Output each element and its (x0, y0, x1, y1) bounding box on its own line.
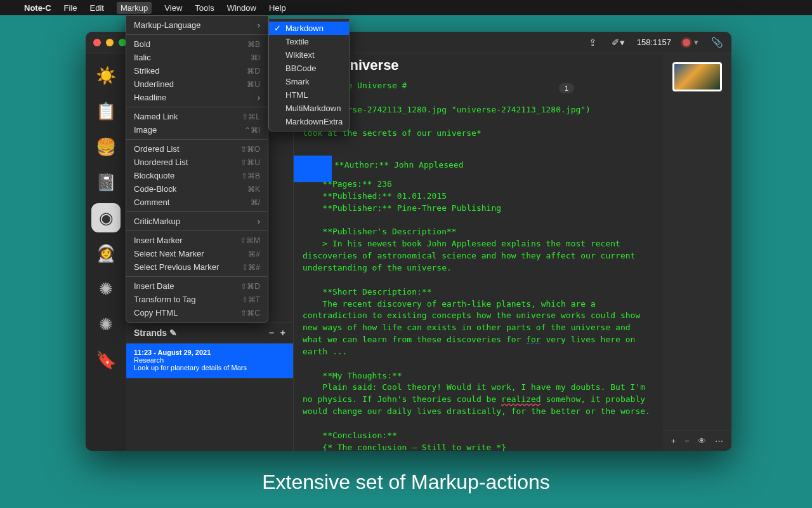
menu-ordered-list[interactable]: Ordered List⇧⌘O (126, 142, 268, 156)
menu-named-link[interactable]: Named Link⇧⌘L (126, 110, 268, 123)
minimize-button[interactable] (106, 39, 114, 46)
status-count: 158:1157 (637, 37, 671, 47)
menu-copy-html[interactable]: Copy HTML⇧⌘C (126, 306, 268, 319)
submenu-bbcode[interactable]: BBCode (269, 62, 349, 75)
menu-striked[interactable]: Striked⌘D (126, 64, 268, 77)
share-icon[interactable]: ⇪ (586, 36, 600, 50)
submenu-wikitext[interactable]: Wikitext (269, 48, 349, 62)
record-indicator-icon[interactable] (683, 39, 690, 46)
attach-add-icon[interactable]: + (671, 436, 676, 446)
strands-header: Strands ✎ −+ (126, 323, 293, 344)
menubar-window[interactable]: Window (227, 3, 256, 13)
submenu-html[interactable]: HTML (269, 88, 349, 102)
menu-transform-tag[interactable]: Transform to Tag⇧⌘T (126, 293, 268, 306)
attach-more-icon[interactable]: ⋯ (715, 436, 723, 446)
plus-icon[interactable]: + (280, 328, 285, 338)
attachments-panel: + − 👁 ⋯ (663, 53, 731, 451)
menubar-file[interactable]: File (64, 3, 77, 13)
menu-code-block[interactable]: Code-Block⌘K (126, 182, 268, 196)
menu-blockquote[interactable]: Blockquote⇧⌘B (126, 169, 268, 182)
bookmark-icon[interactable]: 🔖 (91, 345, 121, 375)
menu-italic[interactable]: Italic⌘I (126, 51, 268, 64)
submenu-multimarkdown[interactable]: MultiMarkdown (269, 102, 349, 115)
menubar: Note-C File Edit Markup View Tools Windo… (0, 0, 812, 15)
paperclip-icon[interactable]: 📎 (710, 36, 724, 50)
menu-underlined[interactable]: Underlined⌘U (126, 77, 268, 91)
clipboard-icon[interactable]: 📋 (91, 97, 121, 126)
compose-icon[interactable]: ✐▾ (612, 36, 625, 50)
menu-comment[interactable]: Comment⌘/ (126, 196, 268, 209)
burger-icon[interactable]: 🍔 (91, 132, 121, 161)
code-area[interactable]: ate to the Universe # xt](universe-27421… (294, 76, 663, 451)
minus-icon[interactable]: − (269, 328, 274, 338)
menubar-app[interactable]: Note-C (24, 3, 51, 13)
menubar-view[interactable]: View (164, 3, 182, 13)
burst-icon[interactable]: ✺ (91, 274, 121, 304)
menubar-help[interactable]: Help (269, 3, 286, 13)
submenu-textile[interactable]: Textile (269, 35, 349, 48)
menubar-edit[interactable]: Edit (90, 3, 104, 13)
menu-select-prev-marker[interactable]: Select Previous Marker⇧⌘# (126, 260, 268, 274)
menubar-tools[interactable]: Tools (195, 3, 214, 13)
marketing-caption: Extensive set of Markup-actions (0, 471, 812, 494)
close-button[interactable] (93, 39, 101, 46)
menu-image[interactable]: Image⌃⌘I (126, 123, 268, 137)
sun-icon[interactable]: ☀️ (91, 61, 121, 90)
burst2-icon[interactable]: ✺ (91, 310, 121, 339)
menu-insert-date[interactable]: Insert Date⇧⌘D (126, 279, 268, 293)
attach-view-icon[interactable]: 👁 (698, 436, 706, 446)
traffic-lights (93, 39, 126, 46)
title-badge: 1 (559, 83, 574, 93)
menu-headline[interactable]: Headline› (126, 91, 268, 104)
submenu-markdown[interactable]: Markdown (269, 22, 349, 35)
markup-menu: Markup-Language› Bold⌘B Italic⌘I Striked… (126, 15, 268, 323)
menu-unordered-list[interactable]: Unordered List⇧⌘U (126, 156, 268, 169)
astronaut-icon[interactable]: 👩‍🚀 (91, 239, 121, 268)
attach-remove-icon[interactable]: − (684, 436, 690, 446)
menu-bold[interactable]: Bold⌘B (126, 37, 268, 51)
menu-markup-language[interactable]: Markup-Language› (126, 18, 268, 32)
strand-entry[interactable]: 11:23 - August 29, 2021 Research Look up… (126, 344, 293, 378)
chevron-right-icon: › (258, 20, 260, 30)
edit-icon[interactable]: ✎ (169, 328, 177, 338)
menu-criticmarkup[interactable]: CriticMarkup› (126, 215, 268, 228)
submenu-markdownextra[interactable]: MarkdownExtra (269, 115, 349, 128)
menu-select-next-marker[interactable]: Select Next Marker⌘# (126, 247, 268, 260)
menu-insert-marker[interactable]: Insert Marker⇧⌘M (126, 234, 268, 247)
chevron-right-icon: › (258, 93, 260, 102)
attachment-thumbnail[interactable] (672, 62, 722, 91)
markup-language-submenu: Markdown Textile Wikitext BBCode Smark H… (268, 18, 350, 131)
submenu-smark[interactable]: Smark (269, 75, 349, 88)
left-sidebar: ☀️ 📋 🍔 📓 ◉ 👩‍🚀 ✺ ✺ 🔖 (86, 53, 126, 451)
chevron-right-icon: › (258, 217, 260, 226)
menubar-markup[interactable]: Markup (117, 2, 152, 14)
eye-icon[interactable]: ◉ (91, 203, 121, 232)
notebook-icon[interactable]: 📓 (91, 168, 121, 197)
